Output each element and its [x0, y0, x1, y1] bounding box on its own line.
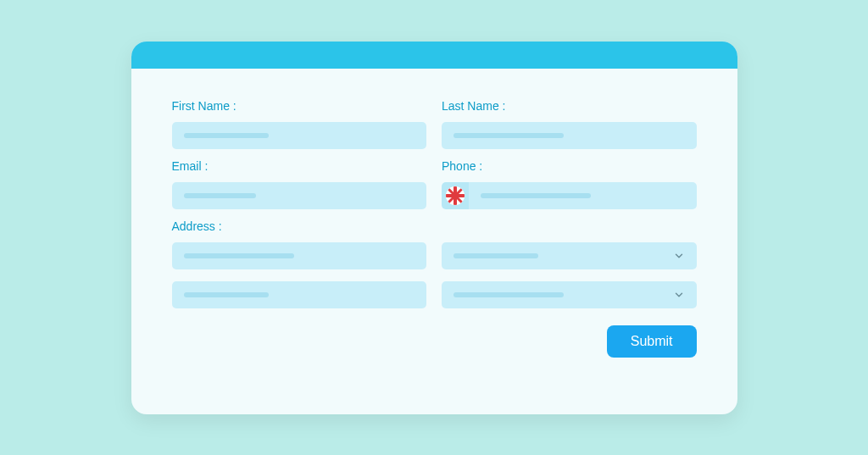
address-select-2[interactable]	[442, 281, 697, 308]
first-name-label: First Name :	[172, 99, 427, 114]
placeholder-bar	[184, 133, 269, 138]
chevron-down-icon	[673, 289, 685, 301]
phone-number-input[interactable]	[469, 182, 697, 209]
address-select-1[interactable]	[442, 242, 697, 269]
uk-flag-icon	[446, 186, 465, 205]
svg-rect-3	[446, 194, 465, 197]
first-name-input[interactable]	[172, 122, 427, 149]
chevron-down-icon	[673, 250, 685, 262]
placeholder-bar	[453, 133, 564, 138]
placeholder-bar	[481, 193, 591, 198]
address-line1-input[interactable]	[172, 242, 427, 269]
placeholder-bar	[453, 253, 538, 258]
placeholder-bar	[184, 193, 256, 198]
last-name-label: Last Name :	[442, 99, 697, 114]
placeholder-bar	[184, 253, 294, 258]
form-body: First Name : Last Name : Email : Pho	[131, 69, 737, 381]
address-line2-input[interactable]	[172, 281, 427, 308]
phone-country-selector[interactable]	[442, 182, 469, 209]
window-titlebar	[131, 42, 737, 69]
form-window: First Name : Last Name : Email : Pho	[131, 42, 737, 414]
email-label: Email :	[172, 159, 427, 174]
phone-input-group	[442, 182, 697, 209]
last-name-input[interactable]	[442, 122, 697, 149]
address-label: Address :	[172, 219, 427, 234]
phone-label: Phone :	[442, 159, 697, 174]
placeholder-bar	[453, 292, 564, 297]
email-input[interactable]	[172, 182, 427, 209]
submit-button[interactable]: Submit	[607, 325, 697, 358]
placeholder-bar	[184, 292, 269, 297]
